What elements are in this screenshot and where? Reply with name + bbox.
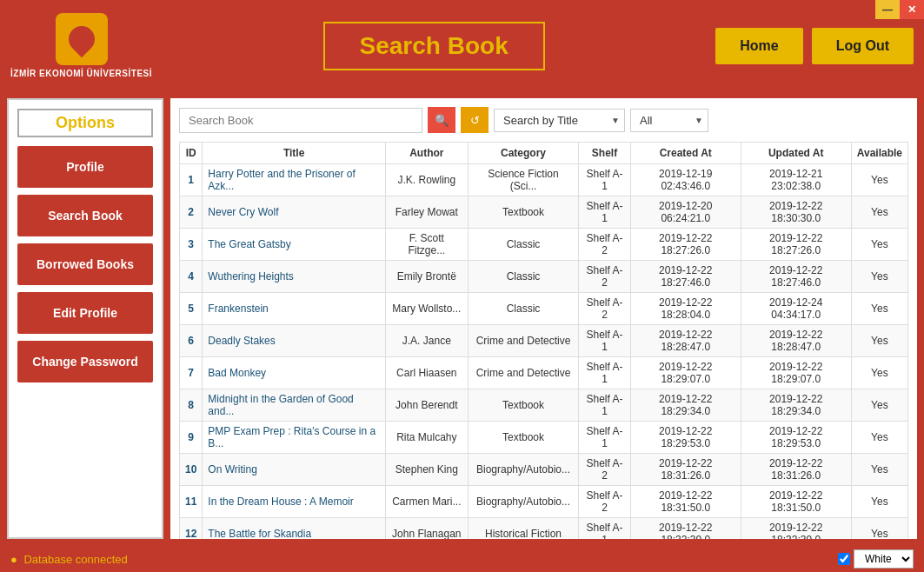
table-row: 1 Harry Potter and the Prisoner of Azk..… — [180, 164, 908, 196]
cell-id: 8 — [180, 389, 203, 422]
cell-author: Carmen Mari... — [385, 486, 468, 518]
col-title: Title — [203, 143, 386, 164]
cell-author: Farley Mowat — [385, 196, 468, 229]
table-row: 9 PMP Exam Prep : Rita's Course in a B..… — [180, 422, 908, 454]
cell-created: 2019-12-22 18:28:04.0 — [630, 293, 741, 325]
cell-created: 2019-12-22 18:28:47.0 — [630, 325, 741, 357]
minimize-button[interactable]: — — [875, 0, 900, 19]
main-layout: Options Profile Search Book Borrowed Boo… — [0, 91, 924, 546]
cell-updated: 2019-12-21 23:02:38.0 — [741, 164, 851, 196]
cell-shelf: Shelf A-1 — [579, 389, 630, 422]
cell-available: Yes — [851, 357, 907, 389]
footer: ● Database connected White Dark — [0, 546, 924, 572]
cell-title: Deadly Stakes — [203, 325, 386, 357]
theme-dropdown[interactable]: White Dark — [854, 549, 914, 569]
search-book-button[interactable]: Search Book — [17, 195, 153, 236]
cell-category: Classic — [468, 229, 579, 261]
cell-updated: 2019-12-22 18:27:46.0 — [741, 261, 851, 293]
cell-category: Historical Fiction — [468, 518, 579, 540]
edit-profile-button[interactable]: Edit Profile — [17, 292, 153, 334]
cell-title: Wuthering Heights — [203, 261, 386, 293]
cell-title: Frankenstein — [203, 293, 386, 325]
change-password-button[interactable]: Change Password — [17, 341, 153, 382]
cell-category: Biography/Autobio... — [468, 454, 579, 486]
cell-title: Harry Potter and the Prisoner of Azk... — [203, 164, 386, 196]
cell-author: Emily Brontë — [385, 261, 468, 293]
cell-shelf: Shelf A-2 — [579, 486, 630, 518]
theme-selector: White Dark — [838, 549, 914, 569]
table-row: 7 Bad Monkey Carl Hiaasen Crime and Dete… — [180, 357, 908, 389]
cell-shelf: Shelf A-2 — [579, 229, 630, 261]
col-shelf: Shelf — [579, 143, 630, 164]
cell-title: PMP Exam Prep : Rita's Course in a B... — [203, 422, 386, 454]
cell-created: 2019-12-19 02:43:46.0 — [630, 164, 741, 196]
cell-id: 2 — [180, 196, 203, 229]
cell-available: Yes — [851, 229, 907, 261]
cell-category: Crime and Detective — [468, 357, 579, 389]
refresh-icon: ↺ — [470, 114, 480, 127]
close-button[interactable]: ✕ — [900, 0, 924, 19]
cell-updated: 2019-12-22 18:29:07.0 — [741, 357, 851, 389]
theme-checkbox[interactable] — [838, 553, 850, 565]
cell-created: 2019-12-22 18:32:39.0 — [630, 518, 741, 540]
cell-title: In the Dream House : A Memoir — [203, 486, 386, 518]
cell-available: Yes — [851, 293, 907, 325]
cell-category: Textbook — [468, 196, 579, 229]
cell-category: Biography/Autobio... — [468, 486, 579, 518]
cell-shelf: Shelf A-2 — [579, 293, 630, 325]
profile-button[interactable]: Profile — [17, 146, 153, 188]
home-button[interactable]: Home — [715, 28, 802, 64]
cell-created: 2019-12-20 06:24:21.0 — [630, 196, 741, 229]
cell-category: Classic — [468, 293, 579, 325]
cell-available: Yes — [851, 486, 907, 518]
cell-available: Yes — [851, 518, 907, 540]
cell-updated: 2019-12-24 04:34:17.0 — [741, 293, 851, 325]
cell-created: 2019-12-22 18:29:34.0 — [630, 389, 741, 422]
cell-id: 6 — [180, 325, 203, 357]
logo-text: İZMİR EKONOMİ ÜNİVERSİTESİ — [10, 69, 152, 78]
header-buttons: Home Log Out — [715, 28, 914, 64]
cell-title: On Writing — [203, 454, 386, 486]
book-table: ID Title Author Category Shelf Created A… — [179, 142, 908, 539]
search-input[interactable] — [179, 108, 422, 133]
cell-updated: 2019-12-22 18:31:26.0 — [741, 454, 851, 486]
cell-id: 9 — [180, 422, 203, 454]
cell-category: Textbook — [468, 389, 579, 422]
table-row: 5 Frankenstein Mary Wollsto... Classic S… — [180, 293, 908, 325]
cell-author: Mary Wollsto... — [385, 293, 468, 325]
cell-shelf: Shelf A-1 — [579, 164, 630, 196]
filter-dropdown[interactable]: Search by Title Search by Author Search … — [494, 109, 625, 132]
header: İZMİR EKONOMİ ÜNİVERSİTESİ Search Book H… — [0, 0, 924, 91]
col-id: ID — [180, 143, 203, 164]
col-author: Author — [385, 143, 468, 164]
cell-id: 7 — [180, 357, 203, 389]
cell-updated: 2019-12-22 18:31:50.0 — [741, 486, 851, 518]
col-category: Category — [468, 143, 579, 164]
cell-updated: 2019-12-22 18:28:47.0 — [741, 325, 851, 357]
logo-area: İZMİR EKONOMİ ÜNİVERSİTESİ — [10, 13, 152, 78]
db-status: ● Database connected — [10, 553, 128, 566]
table-row: 6 Deadly Stakes J.A. Jance Crime and Det… — [180, 325, 908, 357]
filter-dropdown-wrapper: Search by Title Search by Author Search … — [494, 109, 625, 132]
shelf-dropdown[interactable]: All Shelf A-1 Shelf A-2 — [630, 109, 708, 132]
cell-title: The Battle for Skandia — [203, 518, 386, 540]
sidebar: Options Profile Search Book Borrowed Boo… — [7, 98, 163, 539]
table-row: 12 The Battle for Skandia John Flanagan … — [180, 518, 908, 540]
search-button[interactable]: 🔍 — [428, 107, 455, 133]
cell-category: Science Fiction (Sci... — [468, 164, 579, 196]
cell-updated: 2019-12-22 18:29:53.0 — [741, 422, 851, 454]
cell-author: J.A. Jance — [385, 325, 468, 357]
cell-shelf: Shelf A-1 — [579, 325, 630, 357]
cell-available: Yes — [851, 196, 907, 229]
options-title: Options — [17, 109, 153, 137]
logout-button[interactable]: Log Out — [812, 28, 914, 64]
borrowed-books-button[interactable]: Borrowed Books — [17, 243, 153, 285]
refresh-button[interactable]: ↺ — [461, 107, 489, 133]
table-row: 3 The Great Gatsby F. Scott Fitzge... Cl… — [180, 229, 908, 261]
search-title-text: Search Book — [360, 32, 509, 59]
search-title-box: Search Book — [323, 22, 545, 70]
cell-id: 3 — [180, 229, 203, 261]
cell-author: John Flanagan — [385, 518, 468, 540]
table-row: 11 In the Dream House : A Memoir Carmen … — [180, 486, 908, 518]
cell-updated: 2019-12-22 18:30:30.0 — [741, 196, 851, 229]
